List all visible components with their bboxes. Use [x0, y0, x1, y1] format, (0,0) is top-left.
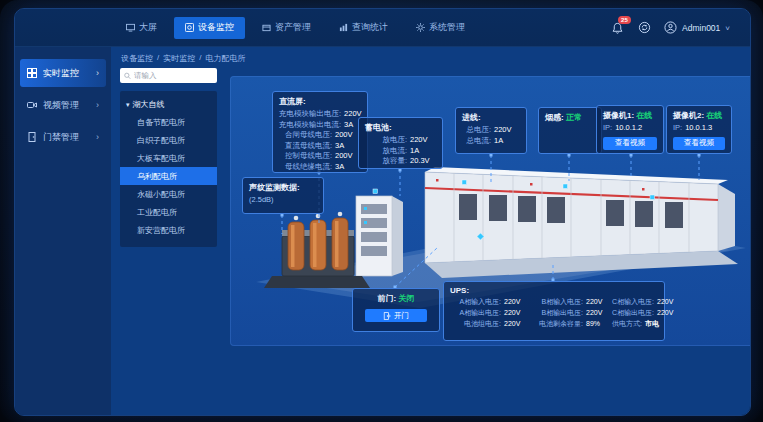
breadcrumb-separator: /: [157, 53, 159, 64]
metric-value: 220V: [410, 135, 436, 146]
metric-label: C相输出电压:: [612, 308, 654, 318]
metric-label: 总电流:: [462, 136, 491, 147]
panel-title: 烟感:: [545, 113, 564, 122]
battery-panel: 蓄电池: 放电压:220V 放电流:1A 放容量:20.3V: [358, 117, 443, 169]
dc-screen-panel: 直流屏: 充电模块输出电压:220V 充电模块输出电流:3A 合闸母线电压:20…: [272, 91, 368, 173]
nav-tab-query-stats[interactable]: 查询统计: [328, 17, 399, 39]
video-camera-icon: [27, 100, 37, 110]
door-icon: [27, 132, 37, 142]
camera1-panel: 摄像机1: 在线 IP:10.0.1.2 查看视频: [596, 105, 664, 154]
sidebar-item-realtime-monitor[interactable]: 实时监控: [20, 59, 106, 87]
smoke-sensor-panel: 烟感: 正常: [538, 107, 602, 154]
metric-label: 直流母线电流:: [279, 141, 332, 152]
username-label: Admin001: [682, 23, 720, 33]
smoke-status: 正常: [566, 113, 582, 122]
breadcrumb-segment[interactable]: 设备监控: [121, 53, 153, 64]
metric-value: 220V: [494, 125, 520, 136]
ip-label: IP:: [603, 123, 612, 134]
station-search: [120, 68, 217, 83]
ups-metrics-grid: A相输入电压:220V B相输入电压:220V C相输入电压:220V A相输出…: [450, 297, 658, 329]
search-icon: [124, 72, 131, 80]
breadcrumb-segment[interactable]: 实时监控: [163, 53, 195, 64]
metric-label: 供电方式:: [612, 319, 642, 329]
topbar-right-cluster: 25 Admin001: [611, 21, 750, 35]
realtime-monitor-icon: [27, 68, 37, 78]
nav-tab-system-settings[interactable]: 系统管理: [405, 17, 476, 39]
avatar-icon: [664, 21, 677, 34]
chevron-right-icon: [96, 100, 99, 110]
camera2-ip: 10.0.1.3: [685, 123, 712, 134]
sidebar-item-access-control[interactable]: 门禁管理: [20, 123, 106, 151]
nav-tab-label: 系统管理: [429, 21, 465, 34]
tree-item[interactable]: 自备节配电所: [120, 113, 217, 131]
switchgear-row: [425, 167, 738, 278]
station-3d-panel: 直流屏: 充电模块输出电压:220V 充电模块输出电流:3A 合闸母线电压:20…: [230, 76, 751, 346]
nav-tab-dashboard[interactable]: 大屏: [115, 17, 168, 39]
acoustic-value: (2.5dB): [249, 195, 317, 204]
station-tree: 湖大自线 自备节配电所 白织子配电所 大板车配电所 乌利配电所 永磁小配电所 工…: [120, 91, 217, 247]
transformer: [264, 212, 370, 288]
connector-lines: [282, 155, 699, 287]
sidebar-item-label: 门禁管理: [43, 131, 79, 144]
tree-item-active[interactable]: 乌利配电所: [120, 167, 217, 185]
nav-tab-label: 设备监控: [198, 21, 234, 34]
screen-icon: [126, 23, 135, 32]
search-input[interactable]: [134, 71, 213, 80]
sidebar-item-label: 视频管理: [43, 99, 79, 112]
left-sidebar: 实时监控 视频管理 门禁管理: [15, 47, 111, 415]
tree-item[interactable]: 白织子配电所: [120, 131, 217, 149]
metric-value: 20.3V: [410, 156, 436, 167]
cabinet-screens: [459, 194, 683, 228]
panel-title: 摄像机2:: [673, 111, 704, 120]
panel-title: 进线:: [462, 112, 520, 123]
alarm-count-badge: 25: [618, 16, 631, 24]
metric-label: 放容量:: [365, 156, 407, 167]
nav-tab-label: 大屏: [139, 21, 157, 34]
alarm-bell-button[interactable]: 25: [611, 21, 625, 35]
metric-value: 220V: [504, 319, 530, 329]
stats-chart-icon: [339, 23, 348, 32]
metric-label: A相输入电压:: [450, 297, 501, 307]
metric-label: 控制母线电压:: [279, 151, 332, 162]
tree-item[interactable]: 工业配电所: [120, 203, 217, 221]
open-door-button[interactable]: 开门: [365, 309, 427, 322]
metric-value: 220V: [586, 308, 612, 318]
panel-title: 前门:: [378, 294, 397, 303]
asset-box-icon: [262, 23, 271, 32]
battery-cabinet: [356, 196, 403, 276]
tree-root-node[interactable]: 湖大自线: [120, 96, 217, 113]
camera1-status: 在线: [636, 111, 652, 120]
camera2-panel: 摄像机2: 在线 IP:10.0.1.3 查看视频: [666, 105, 732, 154]
tree-item[interactable]: 大板车配电所: [120, 149, 217, 167]
chevron-right-icon: [96, 132, 99, 142]
content-area: 设备监控 / 实时监控 / 电力配电所 湖大自线 自备节配电所 白织子配电所 大…: [111, 47, 750, 415]
metric-label: B相输入电压:: [530, 297, 583, 307]
metric-label: 电池组电压:: [450, 319, 501, 329]
metric-label: 电池剩余容量:: [530, 319, 583, 329]
view-video-button[interactable]: 查看视频: [673, 137, 725, 150]
caret-down-icon: [126, 100, 130, 109]
ups-panel: UPS: A相输入电压:220V B相输入电压:220V C相输入电压:220V…: [443, 281, 665, 341]
panel-title: UPS:: [450, 286, 658, 295]
sidebar-item-video-management[interactable]: 视频管理: [20, 91, 106, 119]
tree-item[interactable]: 新安营配电所: [120, 221, 217, 239]
refresh-icon[interactable]: [638, 21, 651, 34]
breadcrumb-segment[interactable]: 电力配电所: [205, 53, 245, 64]
tree-item[interactable]: 永磁小配电所: [120, 185, 217, 203]
sidebar-item-label: 实时监控: [43, 67, 79, 80]
tree-root-label: 湖大自线: [133, 99, 165, 110]
chevron-down-icon: [725, 23, 730, 33]
panel-title: 摄像机1:: [603, 111, 634, 120]
panel-title: 直流屏:: [279, 96, 361, 107]
metric-value: 220V: [504, 308, 530, 318]
view-video-button[interactable]: 查看视频: [603, 137, 657, 150]
front-door-panel: 前门: 关闭 开门: [352, 288, 440, 332]
acoustic-monitor-panel: 声纹监测数据: (2.5dB): [242, 177, 324, 214]
nav-tab-assets[interactable]: 资产管理: [251, 17, 322, 39]
incoming-line-panel: 进线: 总电压:220V 总电流:1A: [455, 107, 527, 154]
nav-tab-equipment-monitor[interactable]: 设备监控: [174, 17, 245, 39]
ip-label: IP:: [673, 123, 682, 134]
panel-title: 蓄电池:: [365, 122, 436, 133]
nav-tab-label: 查询统计: [352, 21, 388, 34]
user-menu[interactable]: Admin001: [664, 21, 730, 34]
